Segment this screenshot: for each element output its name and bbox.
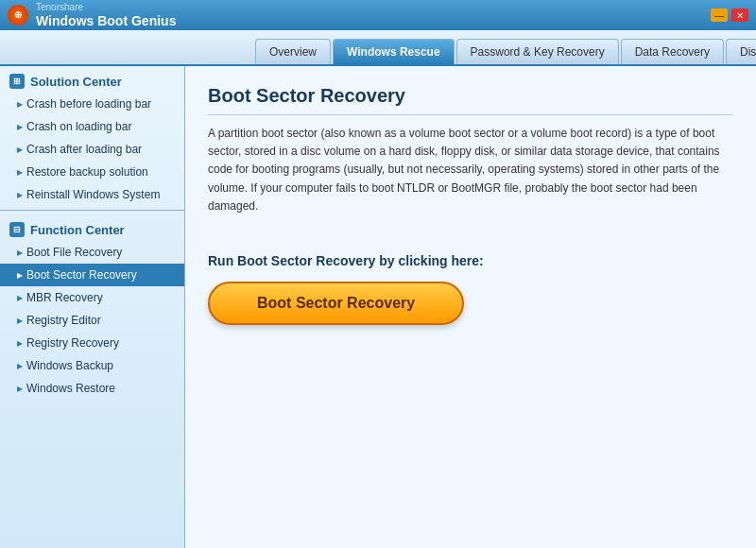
title-bar-left: ⊕ Tenorshare Windows Boot Genius xyxy=(8,2,176,29)
company-name: Tenorshare xyxy=(36,2,176,13)
sidebar-item-restore-backup[interactable]: Restore backup solution xyxy=(0,161,184,183)
sidebar-item-reinstall-windows[interactable]: Reinstall Windows System xyxy=(0,183,184,206)
solution-center-icon: ⊞ xyxy=(9,74,25,89)
run-section: Run Boot Sector Recovery by clicking her… xyxy=(208,238,733,340)
tab-overview[interactable]: Overview xyxy=(255,39,331,64)
tab-data-recovery[interactable]: Data Recovery xyxy=(621,39,724,64)
sidebar: ⊞ Solution Center Crash before loading b… xyxy=(0,66,185,548)
nav-bar: Overview Windows Rescue Password & Key R… xyxy=(0,30,756,66)
solution-center-header: ⊞ Solution Center xyxy=(0,66,184,93)
app-name: Windows Boot Genius xyxy=(36,13,176,29)
sidebar-item-boot-file-recovery[interactable]: Boot File Recovery xyxy=(0,241,184,264)
sidebar-item-windows-backup[interactable]: Windows Backup xyxy=(0,354,184,377)
main-layout: ⊞ Solution Center Crash before loading b… xyxy=(0,66,756,548)
sidebar-item-registry-editor[interactable]: Registry Editor xyxy=(0,309,184,332)
content-area: Boot Sector Recovery A partition boot se… xyxy=(185,66,756,548)
title-bar-text: Tenorshare Windows Boot Genius xyxy=(36,2,176,29)
run-boot-sector-recovery-button[interactable]: Boot Sector Recovery xyxy=(208,282,464,325)
function-center-header: ⊟ Function Center xyxy=(0,214,184,241)
tab-disk-tools[interactable]: Disk Tools xyxy=(726,39,756,64)
sidebar-item-windows-restore[interactable]: Windows Restore xyxy=(0,377,184,400)
sidebar-item-boot-sector-recovery[interactable]: Boot Sector Recovery xyxy=(0,264,184,286)
title-bar-controls: — ✕ xyxy=(711,9,748,22)
sidebar-item-crash-after-loading[interactable]: Crash after loading bar xyxy=(0,138,184,161)
function-center-icon: ⊟ xyxy=(9,222,25,237)
sidebar-item-mbr-recovery[interactable]: MBR Recovery xyxy=(0,286,184,309)
sidebar-item-crash-on-loading[interactable]: Crash on loading bar xyxy=(0,115,184,138)
run-label: Run Boot Sector Recovery by clicking her… xyxy=(208,253,484,268)
minimize-button[interactable]: — xyxy=(711,9,728,22)
function-center-label: Function Center xyxy=(30,223,125,237)
sidebar-item-crash-before-loading[interactable]: Crash before loading bar xyxy=(0,93,184,115)
content-description: A partition boot sector (also known as a… xyxy=(208,125,733,215)
title-bar: ⊕ Tenorshare Windows Boot Genius — ✕ xyxy=(0,0,756,30)
sidebar-item-registry-recovery[interactable]: Registry Recovery xyxy=(0,332,184,354)
tab-password-key-recovery[interactable]: Password & Key Recovery xyxy=(456,39,619,64)
sidebar-divider xyxy=(0,210,184,211)
app-icon: ⊕ xyxy=(8,5,28,26)
content-title: Boot Sector Recovery xyxy=(208,85,733,115)
tab-windows-rescue[interactable]: Windows Rescue xyxy=(333,39,455,64)
close-button[interactable]: ✕ xyxy=(731,9,748,22)
solution-center-label: Solution Center xyxy=(30,75,122,89)
